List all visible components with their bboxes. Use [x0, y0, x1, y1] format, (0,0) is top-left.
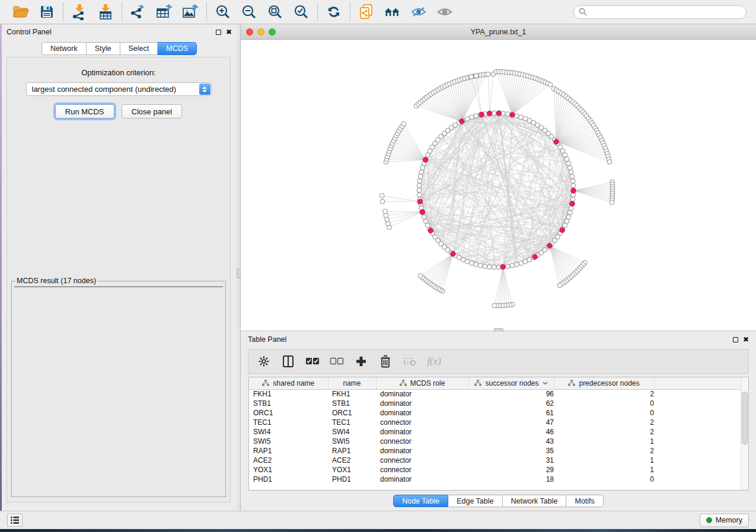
column-browser-icon[interactable] [281, 354, 295, 368]
column-header-name[interactable]: name [328, 377, 376, 389]
table-cell[interactable]: YOX1 [328, 465, 376, 475]
table-cell[interactable]: 1 [554, 437, 654, 446]
table-cell[interactable]: 96 [468, 389, 554, 399]
search-box[interactable] [573, 5, 747, 19]
table-options-gear-icon[interactable] [257, 354, 271, 368]
function-builder-icon[interactable]: f(x) [427, 354, 441, 368]
table-cell[interactable]: STB1 [328, 399, 376, 408]
table-cell[interactable]: 1 [554, 465, 654, 475]
tab-node-table[interactable]: Node Table [393, 495, 448, 507]
destroy-table-icon[interactable] [403, 354, 417, 368]
clone-network-icon[interactable] [358, 4, 375, 20]
table-cell[interactable]: RAP1 [328, 446, 376, 456]
criterion-dropdown[interactable]: largest connected component (undirected) [26, 82, 212, 96]
table-cell[interactable]: SWI4 [249, 427, 328, 437]
save-session-icon[interactable] [38, 4, 56, 20]
table-cell[interactable]: dominator [376, 399, 468, 408]
zoom-selected-icon[interactable] [292, 4, 310, 20]
float-panel-icon[interactable] [733, 337, 738, 342]
export-network-icon[interactable] [129, 4, 147, 20]
run-mcds-button[interactable]: Run MCDS [55, 104, 114, 118]
add-column-icon[interactable] [354, 354, 368, 368]
table-cell[interactable]: 2 [554, 446, 654, 456]
export-table-icon[interactable] [155, 4, 173, 20]
show-panels-eye-icon[interactable] [436, 4, 454, 20]
table-cell[interactable]: PHD1 [249, 475, 328, 484]
network-canvas[interactable] [241, 40, 756, 330]
table-cell[interactable]: 31 [468, 456, 554, 465]
table-row[interactable]: STB1STB1dominator620 [249, 399, 748, 408]
table-cell[interactable]: connector [376, 456, 468, 465]
table-cell[interactable]: FKH1 [328, 389, 376, 399]
tab-motifs[interactable]: Motifs [566, 495, 603, 507]
open-session-icon[interactable] [12, 4, 30, 20]
table-scrollbar[interactable] [741, 377, 748, 490]
float-panel-icon[interactable] [216, 30, 221, 35]
export-image-icon[interactable] [181, 4, 199, 20]
import-table-icon[interactable] [97, 4, 114, 20]
table-cell[interactable]: ORC1 [249, 408, 328, 418]
tab-network[interactable]: Network [42, 42, 87, 55]
table-row[interactable]: RAP1RAP1dominator352 [249, 446, 748, 456]
table-row[interactable]: SWI5SWI5connector431 [249, 437, 748, 446]
table-row[interactable]: ACE2ACE2connector311 [249, 456, 748, 465]
zoom-fit-icon[interactable] [266, 4, 284, 20]
table-cell[interactable]: ACE2 [249, 456, 328, 465]
splitter-grip[interactable] [237, 268, 241, 278]
table-cell[interactable]: dominator [376, 446, 468, 456]
table-cell[interactable]: 46 [468, 427, 554, 437]
column-header-predecessor-nodes[interactable]: predecessor nodes [554, 377, 654, 389]
close-panel-icon[interactable]: ✖ [743, 336, 749, 343]
column-header-successor-nodes[interactable]: successor nodes [468, 377, 554, 389]
table-cell[interactable]: dominator [376, 408, 468, 418]
delete-column-trash-icon[interactable] [378, 354, 393, 368]
table-cell[interactable]: 0 [554, 408, 654, 418]
table-cell[interactable]: 2 [554, 427, 654, 437]
column-header-MCDS-role[interactable]: MCDS role [376, 377, 468, 389]
first-neighbors-icon[interactable] [384, 4, 401, 20]
table-cell[interactable]: ACE2 [328, 456, 376, 465]
table-cell[interactable]: YOX1 [249, 465, 328, 475]
table-cell[interactable]: connector [376, 465, 468, 475]
table-row[interactable]: TEC1TEC1connector472 [249, 418, 748, 427]
table-cell[interactable]: SWI5 [328, 437, 376, 446]
table-cell[interactable]: 0 [554, 475, 654, 484]
table-cell[interactable]: SWI4 [328, 427, 376, 437]
table-cell[interactable]: 2 [554, 418, 654, 427]
table-cell[interactable]: 62 [468, 399, 554, 408]
table-row[interactable]: SWI4SWI4dominator462 [249, 427, 748, 437]
network-titlebar[interactable]: YPA_prune.txt_1 [241, 25, 756, 40]
table-cell[interactable]: SWI5 [249, 437, 328, 446]
import-network-icon[interactable] [71, 4, 88, 20]
tab-select[interactable]: Select [120, 42, 158, 55]
table-cell[interactable]: FKH1 [249, 389, 328, 399]
zoom-out-icon[interactable] [240, 4, 258, 20]
close-panel-button[interactable]: Close panel [122, 104, 183, 118]
memory-button[interactable]: Memory [700, 514, 749, 527]
table-cell[interactable]: 29 [468, 465, 554, 475]
table-cell[interactable]: connector [376, 437, 468, 446]
table-cell[interactable]: RAP1 [249, 446, 328, 456]
tab-network-table[interactable]: Network Table [503, 495, 567, 507]
table-cell[interactable]: TEC1 [328, 418, 376, 427]
hide-panels-eye-icon[interactable] [410, 4, 428, 20]
task-history-button[interactable] [7, 514, 23, 527]
table-cell[interactable]: dominator [376, 475, 468, 484]
table-cell[interactable]: 35 [468, 446, 554, 456]
close-panel-icon[interactable]: ✖ [226, 28, 232, 36]
select-all-checkboxes-icon[interactable] [305, 354, 320, 368]
deselect-all-checkboxes-icon[interactable] [330, 354, 344, 368]
zoom-in-icon[interactable] [214, 4, 232, 20]
table-cell[interactable]: dominator [376, 389, 468, 399]
table-row[interactable]: PHD1PHD1dominator180 [249, 475, 748, 484]
tab-edge-table[interactable]: Edge Table [448, 495, 502, 507]
table-row[interactable]: YOX1YOX1connector291 [249, 465, 748, 475]
vertical-splitter[interactable] [237, 24, 241, 511]
table-cell[interactable]: 0 [554, 399, 654, 408]
table-row[interactable]: FKH1FKH1dominator962 [249, 389, 748, 399]
table-cell[interactable]: TEC1 [249, 418, 328, 427]
table-cell[interactable]: 18 [468, 475, 554, 484]
refresh-icon[interactable] [325, 4, 343, 20]
table-cell[interactable]: 1 [554, 456, 654, 465]
table-cell[interactable]: 43 [468, 437, 554, 446]
